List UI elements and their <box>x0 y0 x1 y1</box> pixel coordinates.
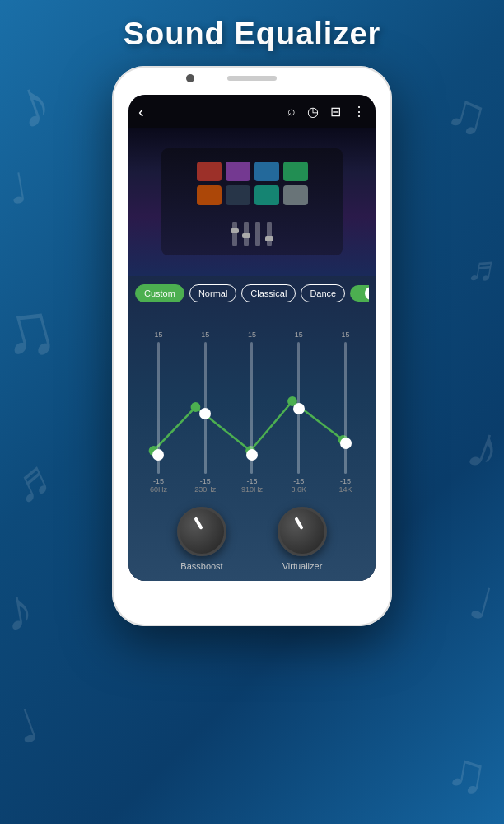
bassboost-knob-container: Bassboost <box>177 507 226 571</box>
phone-outer: ‹ ⌕ ◷ ⊟ ⋮ <box>112 66 392 626</box>
more-icon[interactable]: ⋮ <box>352 104 366 119</box>
eq-slider-track-3[interactable] <box>250 342 253 474</box>
preset-normal[interactable]: Normal <box>189 284 236 302</box>
eq-thumb-5[interactable] <box>340 438 352 449</box>
page-title: Sound Equalizer <box>0 16 504 52</box>
eq-slider-track-5[interactable] <box>344 342 347 474</box>
eq-slider-track-1[interactable] <box>157 342 160 474</box>
music-image <box>128 128 376 276</box>
nav-bar: ‹ ⌕ ◷ ⊟ ⋮ <box>128 95 376 128</box>
eq-slider-track-4[interactable] <box>297 342 300 474</box>
nav-icons: ⌕ ◷ ⊟ ⋮ <box>287 104 366 119</box>
virtualizer-knob-container: Virtualizer <box>278 507 327 571</box>
knobs-area: Bassboost Virtualizer <box>135 500 369 578</box>
title-area: Sound Equalizer <box>0 16 504 52</box>
virtualizer-knob[interactable] <box>278 507 327 556</box>
preset-tabs: Custom Normal Classical Dance <box>135 284 369 302</box>
eq-content: Custom Normal Classical Dance <box>128 276 376 581</box>
phone-camera <box>186 74 194 82</box>
knob-indicator-2 <box>294 517 303 530</box>
eq-channel-14k: 15 -15 14K <box>327 330 365 494</box>
eq-channel-3k6: 15 -15 3.6K <box>280 330 318 494</box>
equalizer-icon[interactable]: ⊟ <box>330 104 341 119</box>
phone-notch <box>112 66 392 91</box>
eq-thumb-1[interactable] <box>152 449 164 461</box>
eq-toggle[interactable] <box>350 285 369 302</box>
knob-indicator-1 <box>194 517 203 530</box>
eq-sliders: 15 -15 60Hz 15 -15 230Hz <box>135 312 369 494</box>
eq-channel-910hz: 15 -15 910Hz <box>233 330 271 494</box>
history-icon[interactable]: ◷ <box>307 104 319 119</box>
eq-thumb-3[interactable] <box>246 449 258 461</box>
eq-channel-60hz: 15 -15 60Hz <box>139 330 177 494</box>
bassboost-knob[interactable] <box>177 507 226 556</box>
eq-slider-track-2[interactable] <box>204 342 207 474</box>
back-button[interactable]: ‹ <box>138 102 144 121</box>
preset-classical[interactable]: Classical <box>241 284 296 302</box>
eq-channel-230hz: 15 -15 230Hz <box>186 330 224 494</box>
eq-thumb-4[interactable] <box>293 403 305 414</box>
phone-screen: ‹ ⌕ ◷ ⊟ ⋮ <box>128 95 376 581</box>
toggle-knob <box>365 287 369 300</box>
preset-dance[interactable]: Dance <box>301 284 345 302</box>
phone-container: ‹ ⌕ ◷ ⊟ ⋮ <box>112 66 392 626</box>
preset-custom[interactable]: Custom <box>135 284 184 302</box>
phone-speaker <box>227 76 277 81</box>
eq-thumb-2[interactable] <box>199 408 211 419</box>
search-icon[interactable]: ⌕ <box>287 104 296 119</box>
